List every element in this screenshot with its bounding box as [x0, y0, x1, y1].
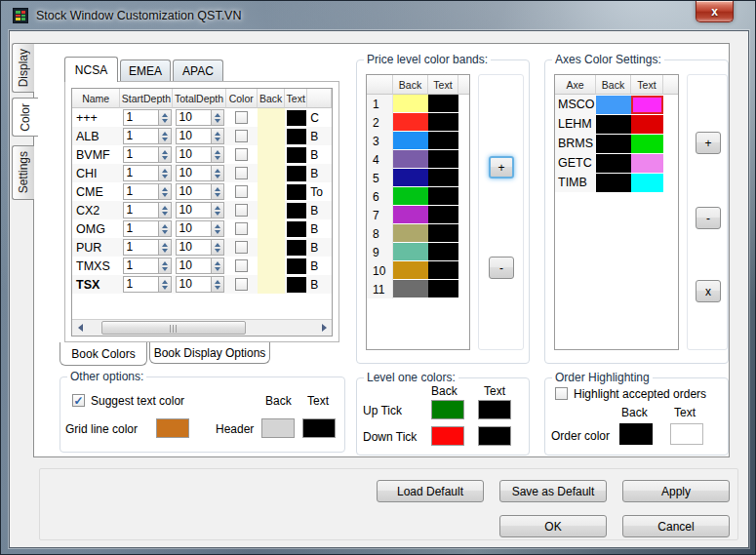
tab-settings[interactable]: Settings	[12, 145, 34, 200]
color-checkbox[interactable]	[235, 204, 248, 217]
close-button[interactable]: x	[696, 1, 734, 22]
add-axe-button[interactable]: +	[696, 132, 721, 154]
band-back-swatch[interactable]	[393, 132, 428, 149]
axe-text-swatch[interactable]	[631, 174, 663, 192]
axe-text-swatch[interactable]	[631, 115, 663, 134]
total-depth-spinner[interactable]: 10	[176, 183, 224, 200]
text-color-swatch[interactable]	[287, 258, 306, 274]
back-color-swatch[interactable]	[258, 275, 285, 294]
band-text-swatch[interactable]	[428, 113, 458, 131]
band-text-swatch[interactable]	[428, 150, 458, 168]
color-checkbox[interactable]	[235, 167, 248, 179]
text-color-swatch[interactable]	[287, 184, 306, 200]
total-depth-spinner[interactable]: 10	[176, 239, 224, 256]
axe-text-swatch[interactable]	[631, 154, 663, 173]
spinner-arrows-icon[interactable]	[211, 240, 223, 255]
spinner-arrows-icon[interactable]	[211, 258, 223, 273]
total-depth-spinner[interactable]: 10	[176, 165, 224, 181]
tab-ncsa[interactable]: NCSA	[64, 57, 118, 82]
tab-display[interactable]: Display	[12, 43, 34, 93]
spinner-arrows-icon[interactable]	[158, 184, 171, 199]
color-checkbox[interactable]	[235, 222, 248, 235]
start-depth-spinner[interactable]: 1	[123, 128, 172, 144]
start-depth-spinner[interactable]: 1	[123, 202, 172, 218]
apply-button[interactable]: Apply	[622, 480, 730, 502]
grid-line-color-swatch[interactable]	[156, 418, 189, 438]
scroll-right-icon[interactable]	[316, 320, 332, 336]
spinner-arrows-icon[interactable]	[211, 221, 223, 236]
remove-band-button[interactable]: -	[489, 257, 514, 279]
text-color-swatch[interactable]	[287, 221, 306, 237]
delete-axe-button[interactable]: x	[696, 280, 721, 302]
scroll-left-icon[interactable]	[72, 320, 88, 336]
band-text-swatch[interactable]	[428, 280, 458, 297]
back-color-swatch[interactable]	[258, 257, 285, 275]
back-color-swatch[interactable]	[258, 201, 285, 219]
band-text-swatch[interactable]	[428, 187, 458, 205]
header-text-swatch[interactable]	[302, 418, 336, 438]
band-text-swatch[interactable]	[428, 132, 458, 149]
band-text-swatch[interactable]	[428, 169, 458, 186]
band-back-swatch[interactable]	[393, 206, 428, 223]
text-color-swatch[interactable]	[287, 147, 306, 163]
text-color-swatch[interactable]	[287, 277, 306, 293]
order-back-swatch[interactable]	[619, 423, 653, 445]
spinner-arrows-icon[interactable]	[158, 203, 171, 218]
band-back-swatch[interactable]	[393, 95, 428, 112]
scrollbar-thumb[interactable]	[101, 321, 246, 335]
add-band-button[interactable]: +	[489, 156, 514, 178]
text-color-swatch[interactable]	[287, 240, 306, 256]
back-color-swatch[interactable]	[258, 164, 285, 182]
spinner-arrows-icon[interactable]	[158, 258, 171, 273]
text-color-swatch[interactable]	[287, 203, 306, 218]
band-back-swatch[interactable]	[393, 280, 428, 297]
color-checkbox[interactable]	[235, 259, 248, 272]
tab-emea[interactable]: EMEA	[120, 59, 171, 82]
spinner-arrows-icon[interactable]	[158, 129, 171, 143]
highlight-accepted-orders-checkbox[interactable]	[555, 387, 568, 400]
band-text-swatch[interactable]	[428, 95, 458, 112]
axe-back-swatch[interactable]	[596, 154, 631, 173]
down-tick-back-swatch[interactable]	[431, 426, 464, 446]
axe-back-swatch[interactable]	[596, 96, 631, 114]
start-depth-spinner[interactable]: 1	[123, 220, 172, 237]
save-as-default-button[interactable]: Save as Default	[499, 480, 607, 502]
cancel-button[interactable]: Cancel	[622, 515, 730, 537]
text-color-swatch[interactable]	[287, 129, 306, 144]
total-depth-spinner[interactable]: 10	[176, 220, 224, 237]
start-depth-spinner[interactable]: 1	[123, 165, 172, 181]
color-checkbox[interactable]	[235, 241, 248, 254]
spinner-arrows-icon[interactable]	[211, 110, 223, 125]
back-color-swatch[interactable]	[258, 127, 285, 145]
band-back-swatch[interactable]	[393, 150, 428, 168]
spinner-arrows-icon[interactable]	[158, 147, 171, 162]
ok-button[interactable]: OK	[499, 515, 607, 537]
down-tick-text-swatch[interactable]	[478, 426, 511, 446]
total-depth-spinner[interactable]: 10	[176, 146, 224, 163]
band-text-swatch[interactable]	[428, 243, 458, 260]
spinner-arrows-icon[interactable]	[211, 147, 223, 162]
band-back-swatch[interactable]	[393, 261, 428, 279]
color-checkbox[interactable]	[235, 111, 248, 124]
text-color-swatch[interactable]	[287, 166, 306, 181]
color-checkbox[interactable]	[235, 278, 248, 291]
spinner-arrows-icon[interactable]	[158, 277, 171, 292]
axe-text-swatch[interactable]	[631, 135, 663, 153]
back-color-swatch[interactable]	[258, 219, 285, 238]
band-back-swatch[interactable]	[393, 169, 428, 186]
up-tick-back-swatch[interactable]	[431, 400, 464, 419]
order-text-swatch[interactable]	[670, 423, 703, 445]
spinner-arrows-icon[interactable]	[211, 184, 223, 199]
spinner-arrows-icon[interactable]	[158, 110, 171, 125]
band-back-swatch[interactable]	[393, 187, 428, 205]
total-depth-spinner[interactable]: 10	[176, 109, 224, 126]
band-text-swatch[interactable]	[428, 206, 458, 223]
total-depth-spinner[interactable]: 10	[176, 128, 224, 144]
band-back-swatch[interactable]	[393, 113, 428, 131]
total-depth-spinner[interactable]: 10	[176, 258, 224, 274]
start-depth-spinner[interactable]: 1	[123, 146, 172, 163]
header-back-swatch[interactable]	[261, 418, 295, 438]
spinner-arrows-icon[interactable]	[158, 166, 171, 180]
tab-apac[interactable]: APAC	[173, 59, 223, 82]
text-color-swatch[interactable]	[287, 110, 306, 126]
